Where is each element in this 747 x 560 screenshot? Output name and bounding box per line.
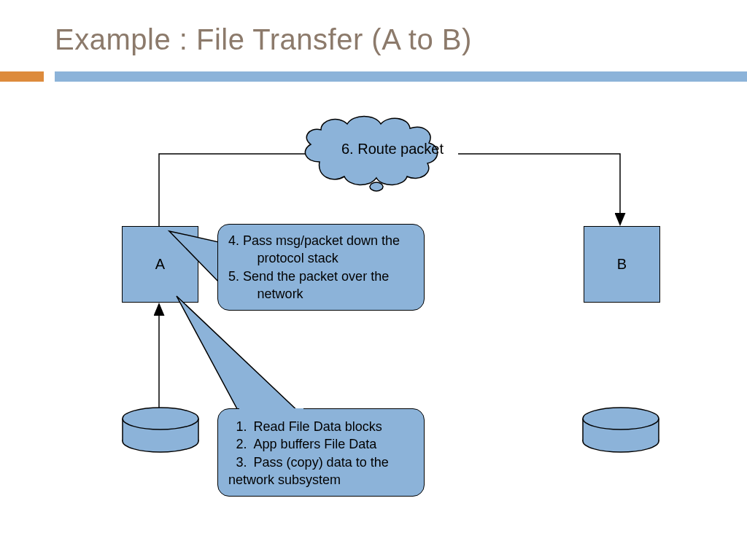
callout-upper-line2: 5. Send the packet over the xyxy=(228,268,414,285)
callout-lower-item1: Read File Data blocks xyxy=(251,418,414,435)
cloud-label: 6. Route packet xyxy=(320,141,465,158)
svg-marker-3 xyxy=(177,296,303,416)
disk-b-icon xyxy=(581,407,661,455)
node-a-label: A xyxy=(155,256,165,273)
callout-lower: Read File Data blocks App buffers File D… xyxy=(217,408,425,497)
callout-lower-item3: Pass (copy) data to the xyxy=(251,454,414,471)
disk-a-icon xyxy=(120,407,201,455)
callout-lower-trail: network subsystem xyxy=(228,471,414,489)
node-b-label: B xyxy=(617,256,627,273)
callout-lower-join xyxy=(239,408,303,411)
callout-lower-item2: App buffers File Data xyxy=(251,435,414,453)
svg-point-8 xyxy=(123,408,198,429)
node-b: B xyxy=(584,226,660,303)
callout-upper-line1: 4. Pass msg/packet down the xyxy=(228,232,414,249)
callout-upper-join xyxy=(218,238,220,284)
svg-point-1 xyxy=(370,182,383,191)
svg-point-13 xyxy=(583,408,659,429)
callout-upper-line1b: protocol stack xyxy=(228,249,414,267)
svg-marker-2 xyxy=(169,231,219,282)
